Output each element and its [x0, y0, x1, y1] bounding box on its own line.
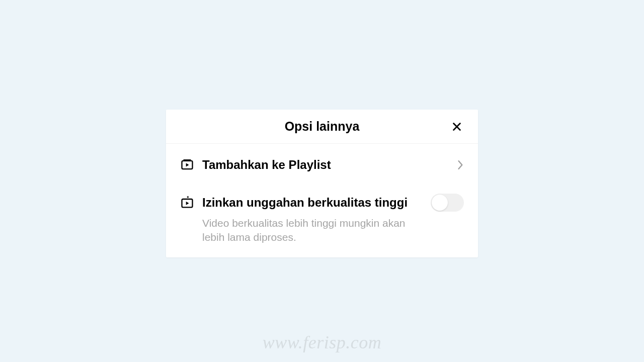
row-action [431, 196, 464, 210]
chevron-right-icon [457, 160, 464, 170]
row-content: Izinkan unggahan berkualitas tinggi Vide… [202, 196, 425, 244]
watermark-text: www.ferisp.com [263, 332, 381, 353]
add-to-playlist-label: Tambahkan ke Playlist [202, 158, 451, 172]
close-button[interactable] [451, 121, 463, 133]
high-quality-upload-label: Izinkan unggahan berkualitas tinggi [202, 196, 425, 210]
modal-header: Opsi lainnya [166, 110, 478, 144]
high-quality-toggle[interactable] [431, 194, 464, 212]
add-to-playlist-row[interactable]: Tambahkan ke Playlist [166, 144, 478, 187]
options-modal: Opsi lainnya Tambahkan ke Playlist [166, 110, 478, 257]
high-quality-upload-row: Izinkan unggahan berkualitas tinggi Vide… [166, 187, 478, 257]
row-action [457, 158, 464, 172]
high-quality-video-icon [180, 196, 194, 210]
close-icon [451, 121, 462, 132]
high-quality-upload-description: Video berkualitas lebih tinggi mungkin a… [202, 216, 425, 245]
svg-rect-3 [183, 159, 191, 160]
modal-title: Opsi lainnya [285, 119, 360, 134]
playlist-icon [180, 158, 194, 172]
row-content: Tambahkan ke Playlist [202, 158, 451, 172]
toggle-knob [432, 195, 448, 211]
